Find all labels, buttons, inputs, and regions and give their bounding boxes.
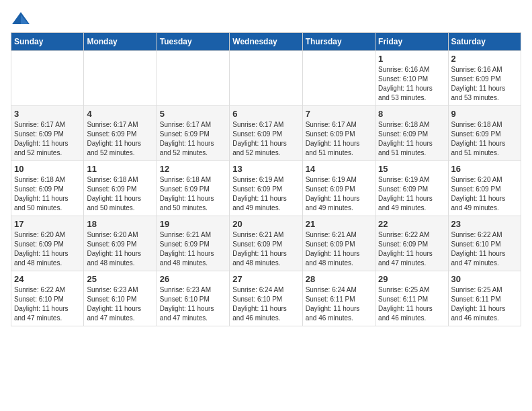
day-cell: 23 Sunrise: 6:22 AMSunset: 6:10 PMDaylig… bbox=[448, 216, 521, 271]
day-number: 18 bbox=[87, 219, 153, 229]
day-number: 10 bbox=[14, 164, 81, 174]
day-info: Sunrise: 6:22 AMSunset: 6:09 PMDaylight:… bbox=[378, 230, 445, 268]
day-info: Sunrise: 6:23 AMSunset: 6:10 PMDaylight:… bbox=[87, 285, 153, 323]
day-number: 4 bbox=[87, 109, 153, 119]
day-number: 25 bbox=[87, 274, 153, 284]
day-info: Sunrise: 6:19 AMSunset: 6:09 PMDaylight:… bbox=[232, 175, 299, 213]
day-number: 9 bbox=[451, 109, 518, 119]
day-info: Sunrise: 6:19 AMSunset: 6:09 PMDaylight:… bbox=[378, 175, 445, 213]
day-info: Sunrise: 6:23 AMSunset: 6:10 PMDaylight:… bbox=[160, 285, 226, 323]
day-cell: 3 Sunrise: 6:17 AMSunset: 6:09 PMDayligh… bbox=[11, 106, 84, 161]
day-number: 8 bbox=[378, 109, 445, 119]
day-info: Sunrise: 6:18 AMSunset: 6:09 PMDaylight:… bbox=[160, 175, 226, 213]
day-header-thursday: Thursday bbox=[302, 33, 375, 51]
day-info: Sunrise: 6:21 AMSunset: 6:09 PMDaylight:… bbox=[306, 230, 372, 268]
day-info: Sunrise: 6:21 AMSunset: 6:09 PMDaylight:… bbox=[160, 230, 226, 268]
day-cell bbox=[157, 51, 229, 106]
day-cell: 22 Sunrise: 6:22 AMSunset: 6:09 PMDaylig… bbox=[375, 216, 448, 271]
day-number: 5 bbox=[160, 109, 226, 119]
day-info: Sunrise: 6:18 AMSunset: 6:09 PMDaylight:… bbox=[14, 175, 81, 213]
week-row-5: 24 Sunrise: 6:22 AMSunset: 6:10 PMDaylig… bbox=[11, 271, 521, 326]
day-cell: 27 Sunrise: 6:24 AMSunset: 6:10 PMDaylig… bbox=[230, 271, 302, 326]
day-info: Sunrise: 6:25 AMSunset: 6:11 PMDaylight:… bbox=[451, 285, 518, 323]
day-cell: 29 Sunrise: 6:25 AMSunset: 6:11 PMDaylig… bbox=[375, 271, 448, 326]
day-info: Sunrise: 6:17 AMSunset: 6:09 PMDaylight:… bbox=[160, 120, 226, 158]
day-info: Sunrise: 6:24 AMSunset: 6:11 PMDaylight:… bbox=[306, 285, 372, 323]
day-number: 19 bbox=[160, 219, 226, 229]
day-number: 14 bbox=[306, 164, 372, 174]
calendar-table: SundayMondayTuesdayWednesdayThursdayFrid… bbox=[11, 32, 521, 326]
day-info: Sunrise: 6:19 AMSunset: 6:09 PMDaylight:… bbox=[306, 175, 372, 213]
day-cell: 9 Sunrise: 6:18 AMSunset: 6:09 PMDayligh… bbox=[448, 106, 521, 161]
day-info: Sunrise: 6:17 AMSunset: 6:09 PMDaylight:… bbox=[232, 120, 299, 158]
day-info: Sunrise: 6:20 AMSunset: 6:09 PMDaylight:… bbox=[451, 175, 518, 213]
day-header-saturday: Saturday bbox=[448, 33, 521, 51]
day-cell bbox=[11, 51, 84, 106]
day-info: Sunrise: 6:22 AMSunset: 6:10 PMDaylight:… bbox=[14, 285, 81, 323]
day-number: 30 bbox=[451, 274, 518, 284]
day-info: Sunrise: 6:17 AMSunset: 6:09 PMDaylight:… bbox=[306, 120, 372, 158]
week-row-2: 3 Sunrise: 6:17 AMSunset: 6:09 PMDayligh… bbox=[11, 106, 521, 161]
day-number: 27 bbox=[232, 274, 299, 284]
week-row-1: 1 Sunrise: 6:16 AMSunset: 6:10 PMDayligh… bbox=[11, 51, 521, 106]
day-info: Sunrise: 6:17 AMSunset: 6:09 PMDaylight:… bbox=[87, 120, 153, 158]
day-cell: 24 Sunrise: 6:22 AMSunset: 6:10 PMDaylig… bbox=[11, 271, 84, 326]
week-row-4: 17 Sunrise: 6:20 AMSunset: 6:09 PMDaylig… bbox=[11, 216, 521, 271]
header-row: SundayMondayTuesdayWednesdayThursdayFrid… bbox=[11, 33, 521, 51]
day-number: 23 bbox=[451, 219, 518, 229]
day-header-wednesday: Wednesday bbox=[230, 33, 302, 51]
day-cell: 13 Sunrise: 6:19 AMSunset: 6:09 PMDaylig… bbox=[230, 161, 302, 216]
day-number: 7 bbox=[306, 109, 372, 119]
day-cell: 7 Sunrise: 6:17 AMSunset: 6:09 PMDayligh… bbox=[302, 106, 375, 161]
day-number: 12 bbox=[160, 164, 226, 174]
day-header-friday: Friday bbox=[375, 33, 448, 51]
day-number: 17 bbox=[14, 219, 81, 229]
day-number: 3 bbox=[14, 109, 81, 119]
day-header-tuesday: Tuesday bbox=[157, 33, 229, 51]
day-cell: 18 Sunrise: 6:20 AMSunset: 6:09 PMDaylig… bbox=[84, 216, 157, 271]
day-cell: 19 Sunrise: 6:21 AMSunset: 6:09 PMDaylig… bbox=[157, 216, 229, 271]
day-cell: 8 Sunrise: 6:18 AMSunset: 6:09 PMDayligh… bbox=[375, 106, 448, 161]
day-cell: 28 Sunrise: 6:24 AMSunset: 6:11 PMDaylig… bbox=[302, 271, 375, 326]
day-info: Sunrise: 6:20 AMSunset: 6:09 PMDaylight:… bbox=[87, 230, 153, 268]
day-cell: 6 Sunrise: 6:17 AMSunset: 6:09 PMDayligh… bbox=[230, 106, 302, 161]
day-cell: 10 Sunrise: 6:18 AMSunset: 6:09 PMDaylig… bbox=[11, 161, 84, 216]
day-number: 15 bbox=[378, 164, 445, 174]
day-info: Sunrise: 6:21 AMSunset: 6:09 PMDaylight:… bbox=[232, 230, 299, 268]
header bbox=[11, 11, 521, 27]
logo-icon bbox=[11, 11, 31, 27]
day-info: Sunrise: 6:16 AMSunset: 6:09 PMDaylight:… bbox=[451, 65, 518, 103]
day-info: Sunrise: 6:24 AMSunset: 6:10 PMDaylight:… bbox=[232, 285, 299, 323]
day-cell: 5 Sunrise: 6:17 AMSunset: 6:09 PMDayligh… bbox=[157, 106, 229, 161]
day-cell bbox=[230, 51, 302, 106]
day-number: 22 bbox=[378, 219, 445, 229]
day-info: Sunrise: 6:18 AMSunset: 6:09 PMDaylight:… bbox=[378, 120, 445, 158]
day-cell: 14 Sunrise: 6:19 AMSunset: 6:09 PMDaylig… bbox=[302, 161, 375, 216]
day-number: 1 bbox=[378, 54, 445, 64]
day-cell: 15 Sunrise: 6:19 AMSunset: 6:09 PMDaylig… bbox=[375, 161, 448, 216]
day-cell: 4 Sunrise: 6:17 AMSunset: 6:09 PMDayligh… bbox=[84, 106, 157, 161]
day-cell: 25 Sunrise: 6:23 AMSunset: 6:10 PMDaylig… bbox=[84, 271, 157, 326]
day-cell bbox=[302, 51, 375, 106]
day-cell: 21 Sunrise: 6:21 AMSunset: 6:09 PMDaylig… bbox=[302, 216, 375, 271]
day-cell: 16 Sunrise: 6:20 AMSunset: 6:09 PMDaylig… bbox=[448, 161, 521, 216]
day-info: Sunrise: 6:17 AMSunset: 6:09 PMDaylight:… bbox=[14, 120, 81, 158]
day-cell: 2 Sunrise: 6:16 AMSunset: 6:09 PMDayligh… bbox=[448, 51, 521, 106]
day-info: Sunrise: 6:16 AMSunset: 6:10 PMDaylight:… bbox=[378, 65, 445, 103]
day-number: 21 bbox=[306, 219, 372, 229]
day-cell bbox=[84, 51, 157, 106]
day-number: 24 bbox=[14, 274, 81, 284]
day-cell: 20 Sunrise: 6:21 AMSunset: 6:09 PMDaylig… bbox=[230, 216, 302, 271]
day-info: Sunrise: 6:18 AMSunset: 6:09 PMDaylight:… bbox=[451, 120, 518, 158]
day-number: 20 bbox=[232, 219, 299, 229]
day-number: 28 bbox=[306, 274, 372, 284]
day-cell: 1 Sunrise: 6:16 AMSunset: 6:10 PMDayligh… bbox=[375, 51, 448, 106]
day-number: 6 bbox=[232, 109, 299, 119]
week-row-3: 10 Sunrise: 6:18 AMSunset: 6:09 PMDaylig… bbox=[11, 161, 521, 216]
day-number: 16 bbox=[451, 164, 518, 174]
day-number: 26 bbox=[160, 274, 226, 284]
day-number: 13 bbox=[232, 164, 299, 174]
day-cell: 26 Sunrise: 6:23 AMSunset: 6:10 PMDaylig… bbox=[157, 271, 229, 326]
day-info: Sunrise: 6:22 AMSunset: 6:10 PMDaylight:… bbox=[451, 230, 518, 268]
day-info: Sunrise: 6:18 AMSunset: 6:09 PMDaylight:… bbox=[87, 175, 153, 213]
